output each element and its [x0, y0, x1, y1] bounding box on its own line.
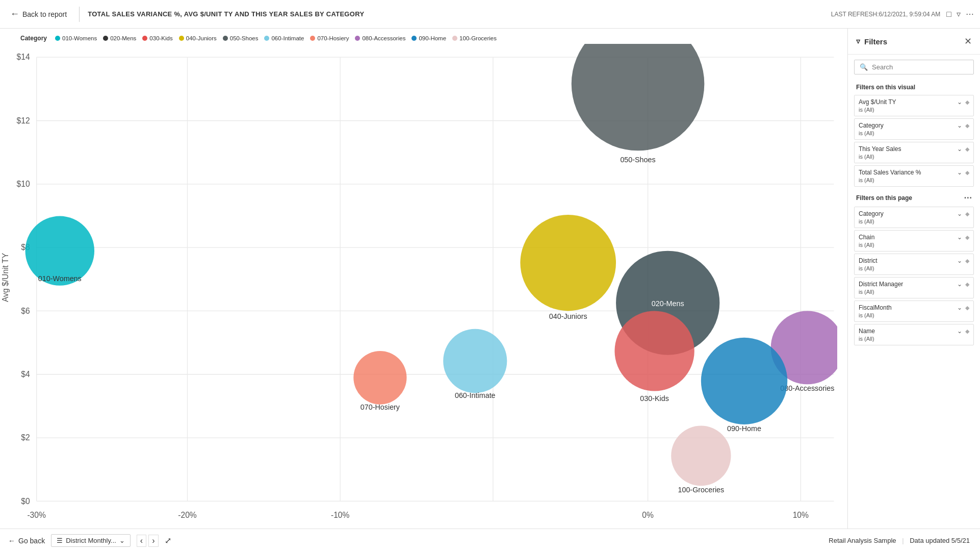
bubble-040-juniors[interactable] [520, 215, 616, 311]
eraser-icon[interactable]: ◆ [965, 258, 969, 264]
eraser-icon[interactable]: ◆ [965, 211, 969, 217]
visual-filters-list: Avg $/Unit TY ⌄ ◆ is (All) Category ⌄ ◆ … [848, 93, 980, 189]
visual-filter-item[interactable]: This Year Sales ⌄ ◆ is (All) [854, 142, 974, 163]
eraser-icon[interactable]: ◆ [965, 122, 969, 129]
back-button[interactable]: ← Back to report [6, 7, 71, 21]
top-bar-icons: □ ▿ ⋯ [946, 9, 974, 19]
chevron-icon[interactable]: ⌄ [957, 234, 962, 241]
svg-text:$0: $0 [21, 497, 30, 506]
data-updated: Data updated 5/5/21 [910, 537, 970, 544]
top-bar: ← Back to report TOTAL SALES VARIANCE %,… [0, 0, 980, 29]
filters-on-visual-text: Filters on this visual [856, 84, 915, 91]
go-back-label: Go back [18, 537, 45, 545]
filters-title: ▿ Filters [856, 37, 887, 46]
legend-item-060-intimate: 060-Intimate [264, 35, 304, 41]
page-filter-item[interactable]: FiscalMonth ⌄ ◆ is (All) [854, 300, 974, 322]
nav-prev-arrow[interactable]: ‹ [137, 535, 146, 547]
scatter-plot-container: $14 $12 $10 $8 $6 $4 $2 $0 -30% -20% -10… [0, 44, 837, 529]
page-filter-item[interactable]: Name ⌄ ◆ is (All) [854, 324, 974, 345]
filters-title-text: Filters [864, 37, 887, 46]
bottom-divider: | [902, 537, 906, 544]
go-back-button[interactable]: ← Go back [8, 537, 45, 545]
eraser-icon[interactable]: ◆ [965, 305, 969, 311]
page-tab[interactable]: ☰ District Monthly... ⌄ [51, 534, 131, 547]
legend-item-100-groceries: 100-Groceries [452, 35, 497, 41]
svg-text:050-Shoes: 050-Shoes [620, 156, 655, 164]
bubble-030-kids[interactable] [614, 311, 694, 391]
chevron-icon[interactable]: ⌄ [957, 281, 962, 288]
search-input[interactable] [872, 63, 968, 71]
visual-filter-item[interactable]: Avg $/Unit TY ⌄ ◆ is (All) [854, 95, 974, 116]
chevron-down-icon: ⌄ [119, 537, 125, 544]
chevron-icon[interactable]: ⌄ [957, 257, 962, 264]
page-filter-item[interactable]: Category ⌄ ◆ is (All) [854, 207, 974, 228]
page-filter-item[interactable]: Chain ⌄ ◆ is (All) [854, 230, 974, 252]
bubble-060-intimate[interactable] [443, 329, 507, 393]
svg-text:-10%: -10% [331, 511, 350, 519]
go-back-arrow-icon: ← [8, 537, 15, 545]
eraser-icon[interactable]: ◆ [965, 234, 969, 241]
search-box[interactable]: 🔍 [854, 60, 974, 74]
filters-on-page-more-icon[interactable]: ⋯ [964, 193, 972, 203]
back-arrow-icon: ← [10, 9, 19, 19]
expand-icon[interactable]: ⤢ [165, 536, 171, 545]
nav-arrows: ‹ › [137, 535, 159, 547]
svg-text:020-Mens: 020-Mens [652, 299, 684, 308]
svg-text:Total Sales Variance %: Total Sales Variance % [378, 528, 459, 529]
chevron-icon[interactable]: ⌄ [957, 328, 962, 335]
chevron-icon[interactable]: ⌄ [957, 98, 962, 106]
chevron-icon[interactable]: ⌄ [957, 145, 962, 153]
nav-next-arrow[interactable]: › [148, 535, 158, 547]
copy-icon[interactable]: □ [946, 10, 951, 19]
main-area: Category 010-Womens020-Mens030-Kids040-J… [0, 29, 980, 529]
eraser-icon[interactable]: ◆ [965, 328, 969, 335]
svg-text:040-Juniors: 040-Juniors [549, 312, 587, 320]
legend-item-090-home: 090-Home [411, 35, 446, 41]
top-bar-left: ← Back to report TOTAL SALES VARIANCE %,… [6, 7, 364, 22]
page-tab-label: District Monthly... [66, 537, 116, 544]
chevron-icon[interactable]: ⌄ [957, 210, 962, 217]
visual-filter-item[interactable]: Category ⌄ ◆ is (All) [854, 118, 974, 140]
eraser-icon[interactable]: ◆ [965, 99, 969, 106]
bubble-070-hosiery[interactable] [353, 351, 406, 405]
bottom-right: Retail Analysis Sample | Data updated 5/… [827, 537, 972, 544]
chart-title: TOTAL SALES VARIANCE %, AVG $/UNIT TY AN… [88, 10, 364, 18]
page-filter-item[interactable]: District ⌄ ◆ is (All) [854, 254, 974, 275]
hamburger-icon: ☰ [57, 537, 63, 544]
svg-text:$2: $2 [21, 433, 30, 442]
legend-item-020-mens: 020-Mens [103, 35, 136, 41]
separator [79, 7, 80, 22]
chevron-icon[interactable]: ⌄ [957, 169, 962, 176]
visual-filter-item[interactable]: Total Sales Variance % ⌄ ◆ is (All) [854, 165, 974, 187]
chevron-icon[interactable]: ⌄ [957, 122, 962, 129]
svg-text:070-Hosiery: 070-Hosiery [360, 403, 400, 411]
svg-text:$6: $6 [21, 307, 30, 315]
page-filters-list: Category ⌄ ◆ is (All) Chain ⌄ ◆ is (All)… [848, 205, 980, 347]
bubble-100-groceries[interactable] [671, 426, 731, 486]
svg-text:060-Intimate: 060-Intimate [455, 391, 496, 399]
legend: Category 010-Womens020-Mens030-Kids040-J… [0, 33, 847, 44]
back-label: Back to report [22, 10, 67, 18]
report-name: Retail Analysis Sample [829, 537, 896, 544]
legend-item-080-accessories: 080-Accessories [355, 35, 405, 41]
legend-item-070-hosiery: 070-Hosiery [310, 35, 349, 41]
bubble-050-shoes[interactable] [572, 44, 705, 150]
bubble-090-home[interactable] [701, 338, 787, 424]
filters-header: ▿ Filters ✕ [848, 29, 980, 55]
bottom-bar: ← Go back ☰ District Monthly... ⌄ ‹ › ⤢ … [0, 529, 980, 552]
svg-text:-20%: -20% [178, 511, 197, 519]
eraser-icon[interactable]: ◆ [965, 146, 969, 153]
eraser-icon[interactable]: ◆ [965, 169, 969, 176]
svg-text:$4: $4 [21, 370, 30, 379]
svg-text:100-Groceries: 100-Groceries [678, 486, 724, 494]
close-filters-icon[interactable]: ✕ [964, 36, 972, 47]
svg-text:080-Accessories: 080-Accessories [780, 384, 834, 392]
filter-top-icon[interactable]: ▿ [957, 9, 961, 19]
svg-text:030-Kids: 030-Kids [640, 394, 669, 403]
page-filter-item[interactable]: District Manager ⌄ ◆ is (All) [854, 277, 974, 298]
chevron-icon[interactable]: ⌄ [957, 304, 962, 311]
more-options-icon[interactable]: ⋯ [966, 9, 974, 19]
eraser-icon[interactable]: ◆ [965, 281, 969, 288]
filters-on-page-label: Filters on this page ⋯ [848, 189, 980, 205]
last-refresh: LAST REFRESH:6/12/2021, 9:59:04 AM [831, 11, 941, 18]
